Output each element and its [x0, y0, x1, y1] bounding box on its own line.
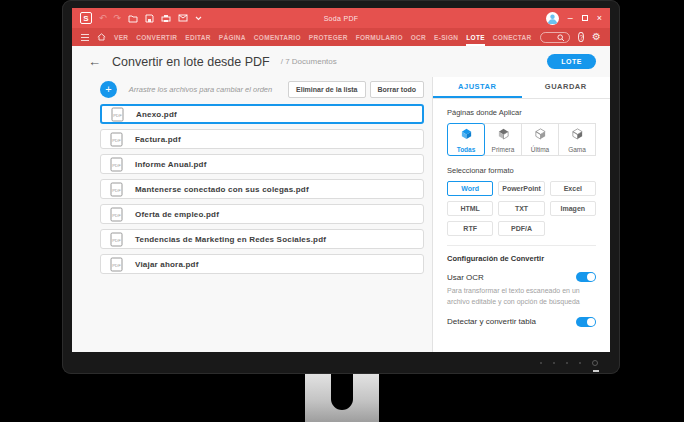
file-row[interactable]: PDF Anexo.pdf	[100, 104, 424, 124]
help-icon[interactable]: ?	[578, 32, 584, 42]
gear-icon[interactable]: ⚙	[592, 32, 601, 42]
monitor-button-dot[interactable]	[566, 362, 568, 364]
file-row[interactable]: PDF Factura.pdf	[100, 129, 424, 149]
file-name: Tendencias de Marketing en Redes Sociale…	[135, 235, 326, 244]
svg-text:PDF: PDF	[112, 137, 121, 142]
svg-text:PDF: PDF	[112, 187, 121, 192]
app-window: S ↶ ↷ Soda PDF –	[72, 8, 610, 352]
config-section-label: Configuración de Convertir	[447, 254, 596, 263]
lote-run-button[interactable]: LOTE	[547, 54, 596, 69]
monitor-button-dot[interactable]	[540, 362, 542, 364]
pages-range-icon	[571, 126, 584, 144]
page-option-primera[interactable]: Primera	[484, 123, 522, 156]
table-convert-label: Detectar y convertir tabla	[447, 317, 536, 326]
user-avatar[interactable]	[546, 12, 559, 25]
format-excel[interactable]: Excel	[550, 181, 596, 196]
hamburger-menu-icon[interactable]	[81, 34, 89, 41]
tab-guardar[interactable]: GUARDAR	[522, 77, 611, 98]
app-logo-icon: S	[80, 12, 92, 24]
monitor-stand-cutout	[331, 374, 353, 410]
list-toolbar: + Arrastre los archivos para cambiar el …	[100, 81, 424, 98]
pdf-file-icon: PDF	[110, 182, 123, 197]
menu-item-conectar[interactable]: CONECTAR	[493, 29, 532, 46]
format-txt[interactable]: TXT	[498, 201, 544, 216]
svg-text:PDF: PDF	[112, 162, 121, 167]
format-rtf[interactable]: RTF	[447, 221, 493, 236]
remove-from-list-button[interactable]: Eliminar de la lista	[288, 81, 365, 98]
window-title: Soda PDF	[324, 15, 359, 22]
page-option-ultima[interactable]: Última	[521, 123, 559, 156]
clear-all-button[interactable]: Borrar todo	[370, 81, 425, 98]
table-toggle-row: Detectar y convertir tabla	[447, 317, 596, 327]
menu-item-pagina[interactable]: PÁGINA	[219, 29, 246, 46]
settings-tabs: AJUSTAR GUARDAR	[433, 77, 610, 99]
file-name: Oferta de empleo.pdf	[135, 210, 219, 219]
format-html[interactable]: HTML	[447, 201, 493, 216]
svg-text:PDF: PDF	[112, 262, 121, 267]
menu-item-lote[interactable]: LOTE	[466, 29, 485, 46]
menu-item-esign[interactable]: E-SIGN	[434, 29, 458, 46]
menu-item-editar[interactable]: EDITAR	[185, 29, 211, 46]
menu-item-proteger[interactable]: PROTEGER	[309, 29, 348, 46]
save-icon[interactable]	[145, 14, 154, 23]
file-row[interactable]: PDF Oferta de empleo.pdf	[100, 204, 424, 224]
monitor-button-dot[interactable]	[553, 362, 555, 364]
format-imagen[interactable]: Imagen	[550, 201, 596, 216]
menu-item-formulario[interactable]: FORMULARIO	[356, 29, 403, 46]
format-pdfa[interactable]: PDF/A	[498, 221, 544, 236]
divider	[447, 245, 596, 246]
page-option-todas[interactable]: Todas	[447, 123, 485, 156]
file-row[interactable]: PDF Viajar ahora.pdf	[100, 254, 424, 274]
page-header: ← Convertir en lote desde PDF / 7 Docume…	[72, 46, 610, 77]
page-title: Convertir en lote desde PDF	[112, 55, 270, 69]
pdf-file-icon: PDF	[110, 232, 123, 247]
monitor-button-dot[interactable]	[579, 362, 581, 364]
menu-item-ocr[interactable]: OCR	[411, 29, 426, 46]
menu-item-ver[interactable]: VER	[114, 29, 128, 46]
ocr-toggle[interactable]	[576, 272, 596, 282]
chevron-down-icon[interactable]	[195, 16, 202, 21]
pdf-file-icon: PDF	[110, 132, 123, 147]
undo-icon[interactable]: ↶	[99, 14, 107, 23]
monitor-power-button[interactable]	[592, 360, 598, 366]
file-row[interactable]: PDF Mantenerse conectado con sus colegas…	[100, 179, 424, 199]
menubar: VER CONVERTIR EDITAR PÁGINA COMENTARIO P…	[72, 28, 610, 46]
back-arrow-icon[interactable]: ←	[88, 55, 101, 68]
file-name: Anexo.pdf	[136, 110, 177, 119]
file-row[interactable]: PDF Informe Anual.pdf	[100, 154, 424, 174]
add-file-button[interactable]: +	[100, 81, 117, 98]
pages-last-icon	[534, 126, 547, 144]
format-section-label: Seleccionar formato	[447, 166, 596, 175]
table-convert-toggle[interactable]	[576, 317, 596, 327]
ocr-description: Para transformar el texto escaneado en u…	[447, 286, 593, 308]
email-icon[interactable]	[178, 14, 188, 22]
home-icon[interactable]	[97, 33, 106, 41]
menu-item-comentario[interactable]: COMENTARIO	[254, 29, 301, 46]
redo-icon[interactable]: ↷	[114, 14, 122, 23]
page-scope-options: Todas Primera Última	[447, 123, 596, 156]
file-name: Mantenerse conectado con sus colegas.pdf	[135, 185, 309, 194]
minimize-button[interactable]: –	[568, 14, 573, 23]
menu-item-convertir[interactable]: CONVERTIR	[136, 29, 177, 46]
print-icon[interactable]	[161, 14, 171, 23]
open-file-icon[interactable]	[128, 14, 138, 23]
pdf-file-icon: PDF	[110, 207, 123, 222]
pages-section-label: Páginas donde Aplicar	[447, 108, 596, 117]
titlebar: S ↶ ↷ Soda PDF –	[72, 8, 610, 28]
search-box[interactable]	[540, 32, 571, 43]
content-area: ← Convertir en lote desde PDF / 7 Docume…	[72, 46, 610, 352]
maximize-button[interactable]	[582, 15, 588, 21]
close-button[interactable]: ×	[597, 14, 602, 23]
svg-text:PDF: PDF	[113, 112, 122, 117]
pdf-file-icon: PDF	[110, 157, 123, 172]
file-row[interactable]: PDF Tendencias de Marketing en Redes Soc…	[100, 229, 424, 249]
page-option-gama[interactable]: Gama	[558, 123, 596, 156]
tab-ajustar[interactable]: AJUSTAR	[433, 77, 522, 98]
format-word[interactable]: Word	[447, 181, 493, 196]
ocr-toggle-row: Usar OCR	[447, 272, 596, 282]
pages-all-icon	[460, 126, 473, 144]
format-powerpoint[interactable]: PowerPoint	[498, 181, 544, 196]
search-input[interactable]	[545, 34, 558, 41]
settings-panel: AJUSTAR GUARDAR Páginas donde Aplicar To…	[432, 77, 610, 352]
breadcrumb: / 7 Documentos	[281, 57, 337, 66]
